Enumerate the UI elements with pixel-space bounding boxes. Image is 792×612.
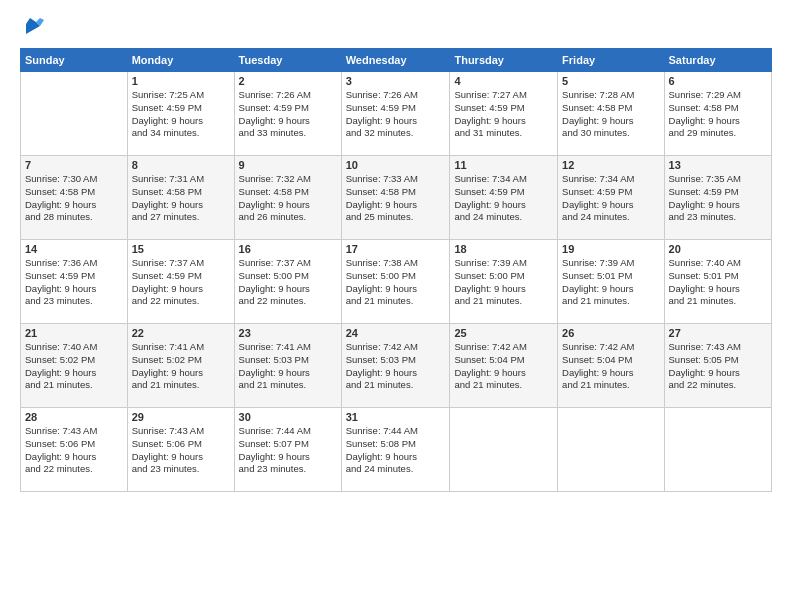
day-number: 4 — [454, 75, 553, 87]
day-info: Sunrise: 7:39 AM Sunset: 5:01 PM Dayligh… — [562, 257, 659, 308]
day-info: Sunrise: 7:36 AM Sunset: 4:59 PM Dayligh… — [25, 257, 123, 308]
day-info: Sunrise: 7:42 AM Sunset: 5:04 PM Dayligh… — [454, 341, 553, 392]
weekday-header-friday: Friday — [558, 49, 664, 72]
calendar-cell: 2Sunrise: 7:26 AM Sunset: 4:59 PM Daylig… — [234, 72, 341, 156]
calendar-cell: 31Sunrise: 7:44 AM Sunset: 5:08 PM Dayli… — [341, 408, 450, 492]
day-info: Sunrise: 7:42 AM Sunset: 5:04 PM Dayligh… — [562, 341, 659, 392]
calendar-week-3: 14Sunrise: 7:36 AM Sunset: 4:59 PM Dayli… — [21, 240, 772, 324]
calendar-week-4: 21Sunrise: 7:40 AM Sunset: 5:02 PM Dayli… — [21, 324, 772, 408]
day-number: 18 — [454, 243, 553, 255]
calendar-cell: 8Sunrise: 7:31 AM Sunset: 4:58 PM Daylig… — [127, 156, 234, 240]
calendar-cell: 10Sunrise: 7:33 AM Sunset: 4:58 PM Dayli… — [341, 156, 450, 240]
day-info: Sunrise: 7:33 AM Sunset: 4:58 PM Dayligh… — [346, 173, 446, 224]
calendar-cell — [558, 408, 664, 492]
calendar-cell — [664, 408, 771, 492]
day-number: 3 — [346, 75, 446, 87]
calendar-cell — [21, 72, 128, 156]
day-number: 31 — [346, 411, 446, 423]
day-number: 17 — [346, 243, 446, 255]
day-number: 1 — [132, 75, 230, 87]
day-info: Sunrise: 7:29 AM Sunset: 4:58 PM Dayligh… — [669, 89, 767, 140]
day-number: 28 — [25, 411, 123, 423]
calendar-cell — [450, 408, 558, 492]
weekday-header-tuesday: Tuesday — [234, 49, 341, 72]
weekday-header-wednesday: Wednesday — [341, 49, 450, 72]
day-number: 24 — [346, 327, 446, 339]
day-number: 8 — [132, 159, 230, 171]
day-number: 29 — [132, 411, 230, 423]
calendar-table: SundayMondayTuesdayWednesdayThursdayFrid… — [20, 48, 772, 492]
day-number: 26 — [562, 327, 659, 339]
calendar-cell: 9Sunrise: 7:32 AM Sunset: 4:58 PM Daylig… — [234, 156, 341, 240]
day-info: Sunrise: 7:26 AM Sunset: 4:59 PM Dayligh… — [346, 89, 446, 140]
logo-icon — [22, 16, 44, 38]
calendar-week-5: 28Sunrise: 7:43 AM Sunset: 5:06 PM Dayli… — [21, 408, 772, 492]
calendar-cell: 19Sunrise: 7:39 AM Sunset: 5:01 PM Dayli… — [558, 240, 664, 324]
calendar-cell: 6Sunrise: 7:29 AM Sunset: 4:58 PM Daylig… — [664, 72, 771, 156]
calendar-cell: 1Sunrise: 7:25 AM Sunset: 4:59 PM Daylig… — [127, 72, 234, 156]
day-number: 16 — [239, 243, 337, 255]
calendar-cell: 11Sunrise: 7:34 AM Sunset: 4:59 PM Dayli… — [450, 156, 558, 240]
day-info: Sunrise: 7:42 AM Sunset: 5:03 PM Dayligh… — [346, 341, 446, 392]
logo — [20, 16, 44, 38]
day-number: 10 — [346, 159, 446, 171]
day-info: Sunrise: 7:30 AM Sunset: 4:58 PM Dayligh… — [25, 173, 123, 224]
day-info: Sunrise: 7:34 AM Sunset: 4:59 PM Dayligh… — [562, 173, 659, 224]
calendar-cell: 27Sunrise: 7:43 AM Sunset: 5:05 PM Dayli… — [664, 324, 771, 408]
day-number: 21 — [25, 327, 123, 339]
calendar-cell: 28Sunrise: 7:43 AM Sunset: 5:06 PM Dayli… — [21, 408, 128, 492]
day-number: 14 — [25, 243, 123, 255]
weekday-header-thursday: Thursday — [450, 49, 558, 72]
calendar-cell: 12Sunrise: 7:34 AM Sunset: 4:59 PM Dayli… — [558, 156, 664, 240]
day-info: Sunrise: 7:31 AM Sunset: 4:58 PM Dayligh… — [132, 173, 230, 224]
calendar-week-1: 1Sunrise: 7:25 AM Sunset: 4:59 PM Daylig… — [21, 72, 772, 156]
day-number: 23 — [239, 327, 337, 339]
weekday-header-monday: Monday — [127, 49, 234, 72]
calendar-cell: 4Sunrise: 7:27 AM Sunset: 4:59 PM Daylig… — [450, 72, 558, 156]
calendar-week-2: 7Sunrise: 7:30 AM Sunset: 4:58 PM Daylig… — [21, 156, 772, 240]
day-number: 30 — [239, 411, 337, 423]
calendar-cell: 24Sunrise: 7:42 AM Sunset: 5:03 PM Dayli… — [341, 324, 450, 408]
weekday-header-row: SundayMondayTuesdayWednesdayThursdayFrid… — [21, 49, 772, 72]
day-number: 12 — [562, 159, 659, 171]
day-info: Sunrise: 7:27 AM Sunset: 4:59 PM Dayligh… — [454, 89, 553, 140]
day-number: 15 — [132, 243, 230, 255]
weekday-header-saturday: Saturday — [664, 49, 771, 72]
day-number: 19 — [562, 243, 659, 255]
day-info: Sunrise: 7:40 AM Sunset: 5:01 PM Dayligh… — [669, 257, 767, 308]
calendar-cell: 7Sunrise: 7:30 AM Sunset: 4:58 PM Daylig… — [21, 156, 128, 240]
calendar-cell: 30Sunrise: 7:44 AM Sunset: 5:07 PM Dayli… — [234, 408, 341, 492]
weekday-header-sunday: Sunday — [21, 49, 128, 72]
calendar-cell: 29Sunrise: 7:43 AM Sunset: 5:06 PM Dayli… — [127, 408, 234, 492]
calendar-cell: 5Sunrise: 7:28 AM Sunset: 4:58 PM Daylig… — [558, 72, 664, 156]
day-info: Sunrise: 7:41 AM Sunset: 5:03 PM Dayligh… — [239, 341, 337, 392]
day-info: Sunrise: 7:41 AM Sunset: 5:02 PM Dayligh… — [132, 341, 230, 392]
day-number: 13 — [669, 159, 767, 171]
calendar-cell: 23Sunrise: 7:41 AM Sunset: 5:03 PM Dayli… — [234, 324, 341, 408]
day-number: 11 — [454, 159, 553, 171]
day-info: Sunrise: 7:44 AM Sunset: 5:08 PM Dayligh… — [346, 425, 446, 476]
day-info: Sunrise: 7:32 AM Sunset: 4:58 PM Dayligh… — [239, 173, 337, 224]
day-info: Sunrise: 7:38 AM Sunset: 5:00 PM Dayligh… — [346, 257, 446, 308]
day-info: Sunrise: 7:44 AM Sunset: 5:07 PM Dayligh… — [239, 425, 337, 476]
calendar-cell: 17Sunrise: 7:38 AM Sunset: 5:00 PM Dayli… — [341, 240, 450, 324]
day-info: Sunrise: 7:43 AM Sunset: 5:06 PM Dayligh… — [132, 425, 230, 476]
day-number: 9 — [239, 159, 337, 171]
calendar-cell: 26Sunrise: 7:42 AM Sunset: 5:04 PM Dayli… — [558, 324, 664, 408]
calendar-cell: 20Sunrise: 7:40 AM Sunset: 5:01 PM Dayli… — [664, 240, 771, 324]
day-info: Sunrise: 7:37 AM Sunset: 4:59 PM Dayligh… — [132, 257, 230, 308]
day-info: Sunrise: 7:37 AM Sunset: 5:00 PM Dayligh… — [239, 257, 337, 308]
day-number: 22 — [132, 327, 230, 339]
calendar-cell: 16Sunrise: 7:37 AM Sunset: 5:00 PM Dayli… — [234, 240, 341, 324]
day-number: 5 — [562, 75, 659, 87]
day-number: 25 — [454, 327, 553, 339]
calendar-cell: 22Sunrise: 7:41 AM Sunset: 5:02 PM Dayli… — [127, 324, 234, 408]
day-info: Sunrise: 7:28 AM Sunset: 4:58 PM Dayligh… — [562, 89, 659, 140]
calendar-cell: 3Sunrise: 7:26 AM Sunset: 4:59 PM Daylig… — [341, 72, 450, 156]
day-info: Sunrise: 7:43 AM Sunset: 5:05 PM Dayligh… — [669, 341, 767, 392]
day-info: Sunrise: 7:43 AM Sunset: 5:06 PM Dayligh… — [25, 425, 123, 476]
calendar-cell: 18Sunrise: 7:39 AM Sunset: 5:00 PM Dayli… — [450, 240, 558, 324]
calendar-cell: 13Sunrise: 7:35 AM Sunset: 4:59 PM Dayli… — [664, 156, 771, 240]
day-info: Sunrise: 7:25 AM Sunset: 4:59 PM Dayligh… — [132, 89, 230, 140]
calendar-cell: 25Sunrise: 7:42 AM Sunset: 5:04 PM Dayli… — [450, 324, 558, 408]
